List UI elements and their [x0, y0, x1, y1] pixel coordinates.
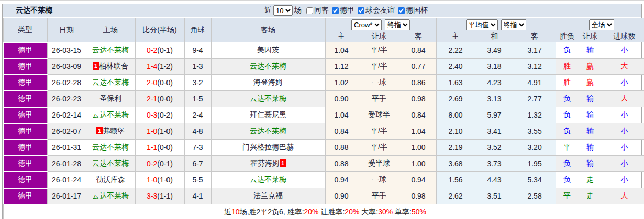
europe-away-odds-cell: 3.55 — [514, 123, 556, 140]
scope-select-cell: 全场 — [556, 18, 644, 31]
home-team-cell: 云达不莱梅 — [86, 75, 135, 91]
result-handicap-cell: 输 — [579, 42, 602, 59]
home-team-cell: 云达不莱梅 — [86, 140, 135, 156]
away-team-name: 法兰克福 — [253, 191, 283, 200]
europe-home-odds-cell: 2.22 — [436, 42, 475, 59]
handicap-time-select[interactable]: 终指 — [385, 19, 410, 30]
title-bar: 云达不莱梅 近 10 场 同客德甲球会友谊德国杯 — [3, 4, 641, 18]
europe-home-odds-cell: 1.56 — [436, 172, 475, 188]
score-cell: 0-3(0-2) — [135, 107, 184, 123]
europe-home-odds-cell: 2.69 — [436, 91, 475, 107]
filter-checkboxes: 同客德甲球会友谊德国杯 — [303, 6, 428, 15]
half-time-score: (1-0) — [157, 176, 173, 184]
league-cell: 德甲 — [3, 156, 47, 172]
result-handicap-cell: 走 — [579, 188, 602, 204]
summary-stat-value: 20% — [345, 208, 359, 216]
result-wdl-cell: 胜 — [556, 59, 579, 75]
result-wdl-cell: 负 — [556, 156, 579, 172]
match-count-select[interactable]: 10 — [273, 5, 293, 16]
filter-checkbox-1[interactable]: 德甲 — [332, 6, 354, 15]
date-cell: 26-01-17 — [47, 188, 86, 204]
corner-cell: 9-4 — [184, 42, 211, 59]
europe-draw-odds-cell: 4.23 — [475, 75, 514, 91]
match-row: 德甲 26-01-31 云达不莱梅 1-1(0-0) 7-3 门兴格拉德巴赫 0… — [3, 140, 644, 156]
col-header-result-wdl: 胜负 — [556, 31, 579, 42]
score-cell: 1-0(1-0) — [135, 172, 184, 188]
team-history-panel: 云达不莱梅 近 10 场 同客德甲球会友谊德国杯 类型 日期 主场 比分(半场)… — [2, 4, 642, 219]
away-team-cell: 霍芬海姆1 — [211, 156, 325, 172]
corner-cell: 5-5 — [184, 172, 211, 188]
europe-selects-cell: 平均值终指 — [436, 18, 556, 31]
away-team-cell: 门兴格拉德巴赫 — [211, 140, 325, 156]
europe-draw-odds-cell: 3.18 — [475, 59, 514, 75]
checkbox-input[interactable] — [358, 7, 364, 14]
final-score: 1-4 — [147, 62, 157, 71]
home-team-name: 圣保利 — [99, 94, 121, 102]
home-team-name: 云达不莱梅 — [92, 191, 129, 200]
league-cell: 德甲 — [3, 188, 47, 204]
away-team-cell: 拜仁慕尼黑 — [211, 107, 325, 123]
home-team-name: 云达不莱梅 — [92, 78, 129, 86]
unit-label: 场 — [294, 6, 302, 15]
handicap-line-cell: 平/半 — [358, 59, 401, 75]
date-cell: 26-02-14 — [47, 107, 86, 123]
home-red-card-badge: 1 — [96, 127, 103, 134]
date-cell: 26-01-31 — [47, 140, 86, 156]
result-goals-cell: 小 — [602, 172, 644, 188]
checkbox-input[interactable] — [306, 7, 313, 14]
result-wdl-cell: 负 — [556, 42, 579, 59]
checkbox-input[interactable] — [332, 7, 339, 14]
final-score: 0-2 — [147, 46, 157, 54]
checkbox-input[interactable] — [398, 7, 405, 14]
result-handicap-cell: 输 — [579, 156, 602, 172]
handicap-home-odds-cell: 0.90 — [325, 91, 358, 107]
away-team-name: 云达不莱梅 — [250, 62, 286, 70]
handicap-home-odds-cell: 0.94 — [325, 172, 358, 188]
col-header-ah-line: 让球 — [358, 31, 401, 42]
col-header-date: 日期 — [47, 18, 86, 42]
away-team-cell: 海登海姆 — [211, 75, 325, 91]
score-cell: 2-1(0-0) — [135, 91, 184, 107]
handicap-line-cell: 受球半 — [358, 107, 401, 123]
handicap-line-cell: 平/半 — [358, 140, 401, 156]
summary-row: 近10场,胜2平2负6, 胜率:20% 让胜率:20% 大率:30% 单率:50… — [3, 204, 644, 219]
europe-draw-odds-cell: 3.41 — [475, 123, 514, 140]
date-cell: 26-01-24 — [47, 172, 86, 188]
result-wdl-cell: 负 — [556, 91, 579, 107]
handicap-away-odds-cell: 0.98 — [401, 188, 436, 204]
filter-checkbox-0[interactable]: 同客 — [306, 6, 329, 15]
match-row: 德甲 26-01-17 云达不莱梅 3-3(1-1) 4-1 法兰克福 0.90… — [3, 188, 644, 204]
scope-select[interactable]: 全场 — [589, 19, 614, 30]
corner-cell: 7-3 — [184, 140, 211, 156]
europe-odds-select[interactable]: 平均值 — [466, 19, 498, 30]
filter-checkbox-3[interactable]: 德国杯 — [398, 6, 428, 15]
handicap-away-odds-cell: 0.94 — [401, 172, 436, 188]
final-score: 2-0 — [147, 78, 157, 87]
home-team-cell: 云达不莱梅 — [86, 42, 135, 59]
result-wdl-cell: 负 — [556, 172, 579, 188]
europe-time-select[interactable]: 终指 — [501, 19, 526, 30]
match-row: 德甲 26-01-24 勒沃库森 1-0(1-0) 5-5 云达不莱梅 0.94… — [3, 172, 644, 188]
handicap-away-odds-cell: 0.86 — [401, 75, 436, 91]
header-selects-row: 类型 日期 主场 比分(半场) 角球 客场 Crow*终指 平均值终指 全场 — [3, 18, 644, 31]
score-cell: 0-2(0-1) — [135, 42, 184, 59]
league-cell: 德甲 — [3, 59, 47, 75]
europe-home-odds-cell: 3.68 — [436, 156, 475, 172]
home-team-cell: 云达不莱梅 — [86, 156, 135, 172]
europe-draw-odds-cell: 3.51 — [475, 188, 514, 204]
final-score: 3-3 — [147, 192, 157, 200]
match-row: 德甲 26-02-14 云达不莱梅 0-3(0-2) 2-4 拜仁慕尼黑 1.0… — [3, 107, 644, 123]
match-row: 德甲 26-03-09 1柏林联合 1-4(1-2) 1-3 云达不莱梅 1.1… — [3, 59, 644, 75]
result-handicap-cell: 走 — [579, 172, 602, 188]
away-team-cell: 云达不莱梅 — [211, 172, 325, 188]
away-team-name: 云达不莱梅 — [250, 126, 286, 135]
bookmaker-select[interactable]: Crow* — [351, 19, 382, 30]
league-cell: 德甲 — [3, 172, 47, 188]
away-team-name: 云达不莱梅 — [250, 175, 286, 183]
summary-text: 大率: — [359, 208, 378, 216]
result-handicap-cell: 输 — [579, 140, 602, 156]
match-row: 德甲 26-03-15 云达不莱梅 0-2(0-1) 9-4 美因茨 1.04 … — [3, 42, 644, 59]
match-row: 德甲 26-02-28 云达不莱梅 2-0(0-0) 3-2 海登海姆 1.02… — [3, 75, 644, 91]
filter-checkbox-2[interactable]: 球会友谊 — [358, 6, 395, 15]
result-goals-cell: 小 — [602, 156, 644, 172]
